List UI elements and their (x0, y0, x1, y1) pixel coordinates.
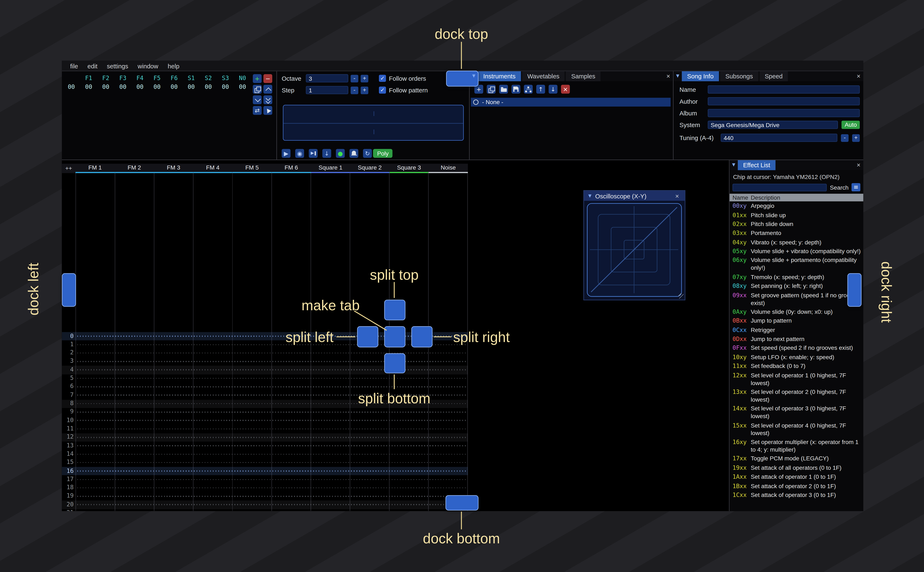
octave-increase-button[interactable]: + (361, 75, 368, 82)
pattern-row[interactable]: 9 (62, 408, 468, 416)
close-icon[interactable]: × (854, 71, 863, 81)
name-input[interactable] (707, 85, 860, 93)
metronome-button[interactable] (349, 149, 358, 158)
hamburger-menu-icon[interactable]: ≡ (852, 183, 860, 191)
channel-header[interactable]: FM 4 (193, 164, 232, 173)
effect-row[interactable]: 1Bxx Set attack of operator 2 (0 to 1F) (729, 481, 863, 490)
pattern-row[interactable]: 20 (62, 501, 468, 509)
split-bottom-target[interactable] (384, 353, 405, 373)
pattern-row[interactable]: 4 (62, 366, 468, 374)
orders-row[interactable]: 00 00000000000000000000 (65, 84, 251, 90)
instruments-tab[interactable]: Samples (566, 71, 601, 81)
order-cell[interactable]: 00 (165, 84, 183, 90)
oscilloscope-title-bar[interactable]: ▼ Oscilloscope (X-Y) × (584, 191, 685, 201)
author-input[interactable] (707, 97, 860, 106)
effect-row[interactable]: 08xy Set panning (x: left; y: right) (729, 281, 863, 291)
step-increase-button[interactable]: + (361, 86, 368, 94)
close-icon[interactable]: × (854, 160, 863, 170)
pattern-row[interactable]: 5 (62, 374, 468, 382)
channel-header[interactable]: FM 5 (232, 164, 272, 173)
effect-row[interactable]: 10xy Setup LFO (x: enable; y: speed) (729, 353, 863, 362)
effect-row[interactable]: 19xx Set attack of all operators (0 to 1… (729, 463, 863, 472)
effect-row[interactable]: 03xx Portamento (729, 228, 863, 238)
instruments-tab[interactable]: Instruments (478, 71, 521, 81)
order-duplicate-end-button[interactable] (263, 95, 272, 104)
auto-system-button[interactable]: Auto (842, 121, 860, 129)
play-pattern-button[interactable]: ◉ (295, 149, 304, 158)
pattern-row[interactable]: 10 (62, 416, 468, 424)
split-left-target[interactable] (357, 326, 378, 347)
instrument-delete-button[interactable]: × (561, 85, 570, 94)
instrument-list-item[interactable]: - None - (471, 98, 671, 107)
order-duplicate-button[interactable] (253, 85, 262, 94)
effect-row[interactable]: 11xx Set feedback (0 to 7) (729, 362, 863, 370)
order-cell[interactable]: 00 (97, 84, 114, 90)
order-cell[interactable]: 00 (131, 84, 148, 90)
instrument-save-button[interactable] (512, 85, 520, 94)
pattern-row[interactable]: 6 (62, 382, 468, 391)
play-from-cursor-button[interactable]: ▶ (309, 149, 318, 158)
album-input[interactable] (707, 109, 860, 117)
order-cell[interactable]: 00 (200, 84, 217, 90)
effect-row[interactable]: 04xy Vibrato (x: speed; y: depth) (729, 238, 863, 247)
channel-header[interactable]: Square 1 (311, 164, 350, 173)
system-input[interactable] (707, 121, 838, 129)
pattern-row[interactable]: 13 (62, 441, 468, 450)
effect-row[interactable]: 07xy Tremolo (x: speed; y: depth) (729, 272, 863, 281)
effect-row[interactable]: 0Dxx Jump to next pattern (729, 334, 863, 343)
split-top-target[interactable] (384, 300, 405, 320)
order-cell[interactable]: 00 (80, 84, 97, 90)
pattern-row[interactable]: 15 (62, 459, 468, 467)
effect-row[interactable]: 0Bxx Jump to pattern (729, 316, 863, 325)
menu-item[interactable]: window (133, 61, 163, 70)
menu-item[interactable]: settings (102, 61, 133, 70)
pattern-row[interactable]: 3 (62, 357, 468, 366)
play-button[interactable]: ▶ (282, 149, 290, 158)
effect-row[interactable]: 16xy Set operator multiplier (x: operato… (729, 437, 863, 454)
effect-list-tab[interactable]: Effect List (738, 160, 776, 170)
order-move-up-button[interactable] (263, 85, 272, 94)
pattern-row[interactable]: 19 (62, 492, 468, 500)
dock-left-target[interactable] (62, 273, 76, 307)
effect-row[interactable]: 01xx Pitch slide up (729, 210, 863, 219)
dock-bottom-target[interactable] (446, 495, 478, 511)
split-right-target[interactable] (411, 326, 433, 347)
effect-row[interactable]: 13xx Set level of operator 2 (0 highest,… (729, 387, 863, 404)
octave-decrease-button[interactable]: - (351, 75, 358, 82)
record-button[interactable]: ● (336, 149, 344, 158)
effect-row[interactable]: 15xx Set level of operator 4 (0 highest,… (729, 421, 863, 437)
pattern-row[interactable]: 18 (62, 484, 468, 492)
step-one-row-button[interactable]: ↓ (323, 149, 331, 158)
pattern-row[interactable]: 14 (62, 450, 468, 459)
channel-header[interactable]: FM 6 (271, 164, 311, 173)
close-icon[interactable]: × (672, 192, 682, 199)
follow-orders-checkbox[interactable]: ✓ (379, 75, 386, 82)
search-input[interactable] (732, 183, 827, 191)
octave-input[interactable] (306, 74, 348, 82)
effect-row[interactable]: 0Fxx Set speed (speed 2 if no grooves ex… (729, 344, 863, 353)
instrument-open-button[interactable] (499, 85, 508, 94)
tuning-input[interactable] (721, 134, 837, 142)
order-cell[interactable]: 00 (114, 84, 131, 90)
tuning-increase-button[interactable]: + (852, 134, 860, 142)
effect-row[interactable]: 06xy Volume slide + portamento (compatib… (729, 256, 863, 272)
follow-pattern-checkbox[interactable]: ✓ (379, 87, 386, 94)
effect-row[interactable]: 0Axy Volume slide (0y: down; x0: up) (729, 307, 863, 316)
instruments-tab[interactable]: Wavetables (522, 71, 565, 81)
order-cell[interactable]: 00 (183, 84, 200, 90)
pattern-row[interactable]: 12 (62, 433, 468, 441)
order-remove-button[interactable]: − (263, 74, 272, 83)
instrument-organize-button[interactable] (524, 85, 533, 94)
step-decrease-button[interactable]: - (351, 86, 358, 94)
order-edit-mode-button[interactable] (263, 106, 272, 115)
pattern-row[interactable]: 17 (62, 476, 468, 484)
tuning-decrease-button[interactable]: - (841, 134, 849, 142)
step-input[interactable] (306, 86, 348, 94)
effect-row[interactable]: 12xx Set level of operator 1 (0 highest,… (729, 371, 863, 387)
channel-header[interactable]: Square 2 (350, 164, 390, 173)
menu-item[interactable]: edit (83, 61, 102, 70)
close-icon[interactable]: × (664, 71, 673, 81)
song-info-tab[interactable]: Subsongs (720, 71, 758, 81)
menu-item[interactable]: help (163, 61, 184, 70)
instrument-duplicate-button[interactable] (487, 85, 496, 94)
